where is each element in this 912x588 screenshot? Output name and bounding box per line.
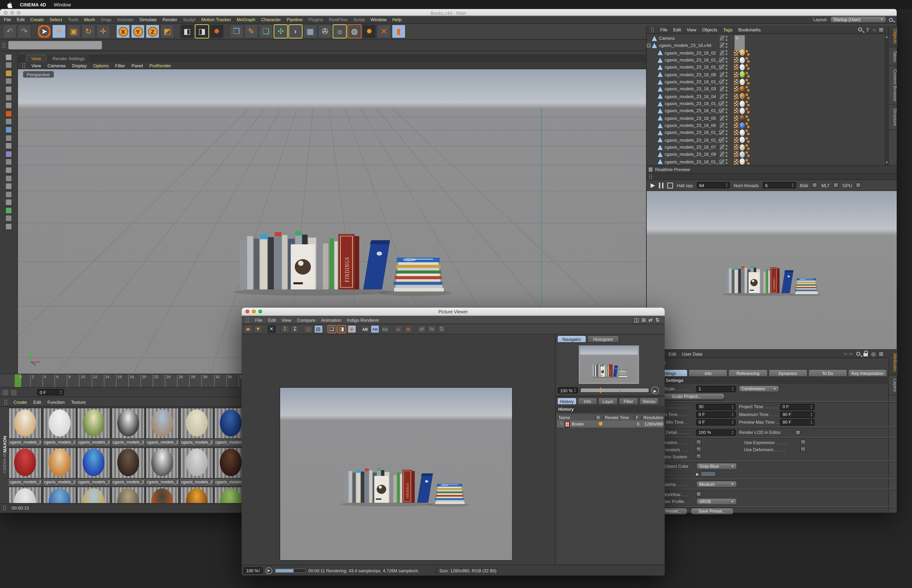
menu-item[interactable]: Tools — [68, 17, 78, 22]
visibility-toggles[interactable] — [720, 101, 727, 107]
paint-tool-icon[interactable] — [5, 175, 12, 182]
object-menu-item[interactable]: Edit — [673, 27, 681, 32]
color-profile-select[interactable]: sRGB — [696, 498, 737, 505]
pv-menu-item[interactable]: Animation — [321, 318, 341, 322]
use-animation-checkbox[interactable] — [696, 440, 701, 445]
viewport-menu-item[interactable]: Panel — [131, 63, 143, 68]
locked-workplane-icon[interactable] — [5, 142, 12, 150]
tab-navigator[interactable]: Navigator — [557, 335, 587, 343]
material-item[interactable]: cgaxis_models_2 — [43, 486, 76, 503]
enable-snap-icon[interactable] — [5, 126, 12, 133]
tree-scrollbar[interactable]: ▲ ▼ — [885, 35, 889, 165]
visibility-toggles[interactable] — [720, 115, 727, 121]
object-tags[interactable] — [734, 100, 751, 107]
render-view-icon[interactable]: ◧ — [180, 24, 194, 39]
set-a-image-icon[interactable]: A — [394, 325, 403, 333]
tweak-icon[interactable] — [5, 183, 12, 190]
visibility-toggles[interactable] — [720, 123, 727, 128]
menu-item[interactable]: Help — [392, 17, 402, 22]
nav-back-icon[interactable]: ◅ — [843, 351, 847, 356]
material-item[interactable]: cgaxis_models_2 — [180, 408, 213, 446]
nav-play-icon[interactable]: ▶ — [651, 386, 659, 394]
object-menu-handle-icon[interactable] — [651, 27, 654, 32]
ab-disabled-icon[interactable]: AB — [381, 325, 389, 333]
render-clapper-icon[interactable]: ✕ — [267, 325, 276, 333]
object-tags[interactable] — [734, 129, 751, 136]
material-item[interactable]: cgaxis_models_2 — [77, 486, 110, 503]
set-b-image-icon[interactable]: B — [404, 325, 413, 333]
menu-item[interactable]: Character — [261, 17, 281, 22]
pause-button[interactable] — [659, 183, 663, 188]
expand-panel-icon[interactable]: ⊞ — [641, 317, 646, 323]
object-tree-row[interactable]: − Camera ✛ — [647, 35, 884, 42]
object-tree-row[interactable]: − cgaxis_models_23_18_08 ✛ — [647, 71, 884, 78]
render-picture-viewer-icon[interactable]: ◨ — [195, 24, 209, 39]
pv-titlebar[interactable]: Picture Viewer — [242, 308, 665, 316]
bend-deformer-icon[interactable]: ◗ — [288, 24, 302, 39]
menu-item[interactable]: Pipeline — [287, 17, 303, 22]
material-item[interactable]: cgaxis_models_2 — [8, 408, 42, 446]
material-menu-item[interactable]: Function — [47, 400, 65, 404]
material-item[interactable]: cgaxis_models_2 — [145, 408, 179, 446]
preview-max-input[interactable]: 90 F▴▾ — [780, 419, 815, 425]
object-tags[interactable] — [734, 108, 751, 114]
pv-menu-handle-icon[interactable] — [245, 317, 249, 323]
tab-render-settings[interactable]: Render Settings — [47, 55, 90, 62]
model-mode-icon[interactable] — [5, 61, 12, 69]
material-item[interactable]: cgaxis_models_2 — [180, 447, 213, 486]
pv-menu-item[interactable]: Edit — [268, 318, 276, 322]
pv-zoom-input[interactable]: 100 %▴▾ — [244, 567, 263, 573]
layer-down-icon[interactable]: ↧ — [291, 325, 299, 333]
material-item[interactable]: cgaxis_models_2 — [111, 447, 145, 486]
object-tree-row[interactable]: − cgaxis_models_23_18_05 ✛ — [647, 115, 884, 122]
dock-tab[interactable]: Structure — [889, 105, 897, 130]
min-time-input[interactable]: 0 F▴▾ — [696, 411, 736, 417]
use-motion-checkbox[interactable] — [696, 454, 701, 459]
lock-x-axis-icon[interactable]: X — [116, 24, 130, 39]
coordinate-system-icon[interactable]: ◩ — [160, 24, 174, 39]
object-tree-row[interactable]: − cgaxis_models_23_18_03 ✛ — [647, 86, 884, 93]
object-tags[interactable] — [734, 137, 751, 143]
pv-info-tab[interactable]: Stereo — [639, 397, 659, 405]
save-image-icon[interactable]: ▼ — [253, 325, 263, 333]
edges-mode-icon[interactable] — [5, 94, 12, 101]
array-generator-icon[interactable]: ✣ — [274, 24, 287, 39]
material-menu-item[interactable]: Texture — [71, 400, 86, 404]
visibility-toggles[interactable] — [720, 72, 727, 78]
sun-burst-icon[interactable]: ✹ — [362, 24, 376, 39]
visibility-toggles[interactable] — [720, 144, 727, 150]
visibility-toggles[interactable] — [720, 65, 727, 70]
target-icon[interactable]: ◎ — [871, 351, 876, 357]
swap-layout-icon[interactable]: ⇄ — [649, 317, 653, 323]
render-lod-checkbox[interactable] — [796, 430, 801, 435]
menu-item[interactable]: Script — [353, 17, 365, 22]
make-editable-icon[interactable] — [5, 53, 12, 61]
menu-item[interactable]: Plugins — [308, 17, 323, 22]
material-item[interactable]: cgaxis_models_2 — [145, 447, 179, 486]
object-tree-row[interactable]: − cgaxis_models_23_18_01_1 ✛ — [647, 64, 884, 71]
use-deformers-checkbox[interactable] — [801, 447, 805, 452]
single-view-icon[interactable]: ❏ — [327, 325, 336, 333]
menu-item[interactable]: MoGraph — [237, 17, 255, 22]
attribute-tab[interactable]: Info — [689, 369, 728, 377]
navigator-thumbnail[interactable]: FINDINGS — [579, 346, 639, 384]
visibility-toggles[interactable] — [720, 137, 727, 143]
object-tags[interactable] — [734, 57, 751, 63]
object-tree-row[interactable]: − cgaxis_models_23_18_01_11 ✛ — [647, 129, 884, 136]
material-item[interactable]: cgaxis_models_2 — [8, 447, 42, 486]
magnet-icon[interactable] — [5, 158, 12, 166]
use-generators-checkbox[interactable] — [696, 447, 701, 452]
dock-tab[interactable]: Takes — [889, 47, 897, 66]
object-tags[interactable] — [734, 64, 751, 70]
material-menu-item[interactable]: Edit — [33, 400, 41, 404]
attr-menu-edit[interactable]: Edit — [668, 351, 676, 356]
menu-item[interactable]: RealFlow — [329, 17, 348, 22]
swatch-expander-icon[interactable]: ▶ — [696, 472, 699, 476]
undo-icon[interactable]: ↶ — [3, 24, 16, 39]
attribute-tab[interactable]: To Do — [808, 369, 847, 377]
object-tree-row[interactable]: − cgaxis_models_23_18_09 ✛ — [647, 151, 884, 158]
clear-ab-icon[interactable]: ⇅ — [437, 325, 446, 333]
object-tags[interactable] — [734, 115, 751, 121]
mlt-checkbox[interactable] — [834, 183, 839, 188]
pv-info-tab[interactable]: History — [557, 397, 577, 405]
